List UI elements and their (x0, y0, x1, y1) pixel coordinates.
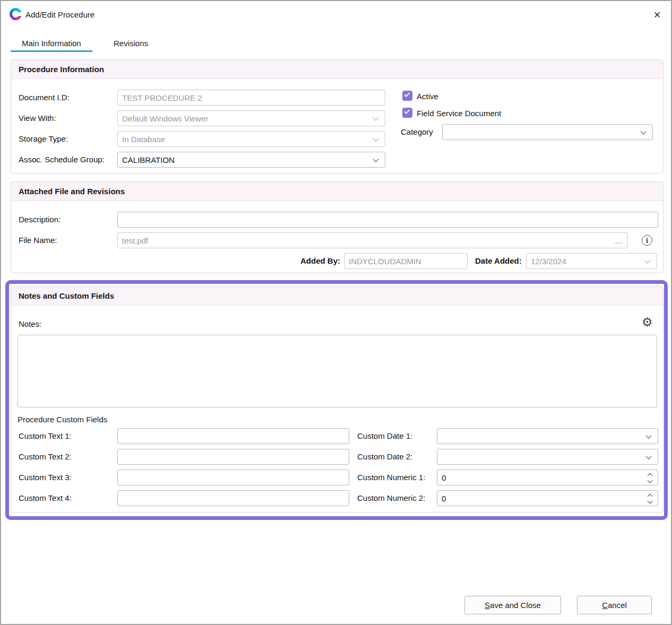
file-name-value: test.pdf (122, 236, 148, 245)
custom-numeric-1-label: Custom Numeric 1: (357, 473, 425, 482)
description-input[interactable] (117, 212, 658, 228)
tab-revisions-label: Revisions (114, 39, 148, 48)
custom-text-4-label: Custom Text 4: (19, 493, 72, 502)
custom-date-2-select[interactable] (437, 449, 658, 465)
notes-custom-fields-header: Notes and Custom Fields (11, 287, 663, 306)
active-checkbox[interactable] (402, 91, 412, 101)
gear-icon[interactable]: ⚙ (642, 316, 653, 328)
storage-type-value: In Database (122, 135, 165, 144)
storage-type-select: In Database (117, 131, 385, 147)
cancel-button-label: ancel (608, 601, 627, 610)
custom-text-3-input[interactable] (117, 470, 349, 485)
attached-file-header: Attached File and Revisions (11, 182, 663, 201)
attached-file-group: Attached File and Revisions Description:… (11, 181, 664, 273)
custom-text-1-label: Custom Text 1: (19, 431, 72, 440)
chevron-down-icon (373, 115, 378, 120)
procedure-information-group: Procedure Information Document I.D: View… (11, 59, 664, 173)
custom-numeric-1-value: 0 (442, 473, 446, 482)
custom-numeric-2-value: 0 (442, 494, 446, 503)
notes-custom-fields-title: Notes and Custom Fields (19, 291, 114, 300)
assoc-schedule-group-select[interactable]: CALIBRATION (117, 152, 385, 168)
procedure-information-header: Procedure Information (11, 60, 663, 79)
view-with-value: Default Windows Viewer (122, 114, 208, 123)
attached-file-title: Attached File and Revisions (19, 187, 125, 196)
date-added-select: 12/3/2024 (526, 253, 657, 269)
custom-date-1-select[interactable] (437, 428, 658, 444)
check-icon (404, 108, 410, 114)
chevron-down-icon (645, 432, 651, 438)
spinner-down-icon (647, 478, 652, 483)
storage-type-label: Storage Type: (19, 134, 68, 143)
save-and-close-button[interactable]: Save and Close (464, 596, 561, 614)
cancel-button[interactable]: Cancel (577, 596, 652, 614)
category-select[interactable] (442, 124, 653, 140)
check-icon (404, 91, 410, 97)
custom-date-1-label: Custom Date 1: (357, 431, 412, 440)
tab-revisions[interactable]: Revisions (106, 34, 156, 52)
chevron-down-icon (640, 128, 646, 134)
description-label: Description: (19, 215, 61, 224)
date-added-label: Date Added: (475, 256, 522, 265)
active-checkbox-label: Active (417, 92, 438, 101)
app-logo-icon (10, 8, 22, 20)
browse-ellipsis-button[interactable]: ... (615, 233, 623, 248)
tab-main-information[interactable]: Main Information (11, 34, 92, 52)
chevron-down-icon (373, 156, 378, 162)
date-added-value: 12/3/2024 (531, 257, 566, 266)
added-by-input (344, 253, 468, 269)
custom-date-2-label: Custom Date 2: (357, 452, 412, 461)
cancel-button-accelerator: C (602, 601, 608, 610)
notes-label: Notes: (19, 319, 41, 328)
spinner-down-icon (647, 499, 652, 504)
category-label: Category (401, 127, 433, 136)
procedure-custom-fields-label: Procedure Custom Fields (18, 415, 107, 424)
chevron-down-icon (373, 135, 378, 141)
custom-text-2-label: Custom Text 2: (19, 452, 72, 461)
custom-text-4-input[interactable] (117, 490, 349, 506)
chevron-down-icon (644, 257, 650, 263)
add-edit-procedure-dialog: Add/Edit Procedure ✕ Main Information Re… (0, 0, 672, 625)
info-icon[interactable]: i (642, 235, 652, 246)
assoc-schedule-group-value: CALIBRATION (122, 155, 175, 164)
custom-text-1-input[interactable] (117, 428, 349, 444)
save-button-accelerator: S (485, 601, 490, 610)
custom-text-2-input[interactable] (117, 449, 349, 465)
assoc-schedule-group-label: Assoc. Schedule Group: (19, 155, 105, 164)
notes-textarea[interactable] (18, 335, 657, 407)
view-with-label: View With: (19, 114, 56, 123)
custom-text-3-label: Custom Text 3: (19, 473, 72, 482)
added-by-label: Added By: (286, 256, 340, 265)
window-title: Add/Edit Procedure (25, 10, 94, 19)
custom-numeric-2-input[interactable]: 0 (437, 490, 658, 506)
field-service-document-checkbox[interactable] (402, 108, 412, 118)
close-icon[interactable]: ✕ (650, 8, 665, 22)
field-service-document-label: Field Service Document (417, 109, 501, 118)
document-id-input (117, 90, 385, 106)
notes-custom-fields-group: Notes and Custom Fields Notes: ⚙ Procedu… (11, 286, 664, 513)
spinner-control[interactable] (647, 493, 653, 504)
view-with-select: Default Windows Viewer (117, 110, 385, 126)
custom-numeric-2-label: Custom Numeric 2: (357, 493, 425, 502)
custom-numeric-1-input[interactable]: 0 (437, 470, 658, 485)
file-name-input: test.pdf ... (117, 232, 628, 248)
tab-main-information-label: Main Information (22, 39, 81, 48)
chevron-down-icon (645, 453, 651, 459)
file-name-label: File Name: (19, 236, 57, 245)
document-id-label: Document I.D: (19, 93, 70, 102)
save-button-label: ave and Close (490, 601, 541, 610)
procedure-information-title: Procedure Information (19, 65, 104, 74)
spinner-control[interactable] (647, 473, 653, 483)
